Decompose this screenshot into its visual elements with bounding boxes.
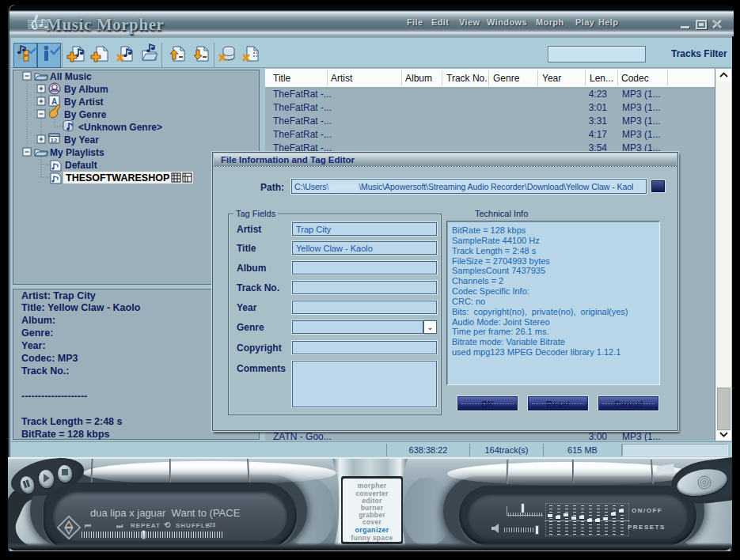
svg-text:By Artist: By Artist [64,96,104,108]
svg-text:Default: Default [65,160,97,171]
svg-text:By Album: By Album [64,84,108,95]
svg-text:<Unknown Genre>: <Unknown Genre> [78,122,162,133]
svg-text:12: 12 [51,137,58,144]
svg-text:THESOFTWARESHOP: THESOFTWARESHOP [66,172,169,184]
svg-text:My Playlists: My Playlists [50,147,104,158]
svg-text:By Genre: By Genre [64,109,107,120]
svg-text:All Music: All Music [50,71,92,82]
svg-text:By Year: By Year [64,134,99,146]
svg-text:A: A [51,97,57,106]
